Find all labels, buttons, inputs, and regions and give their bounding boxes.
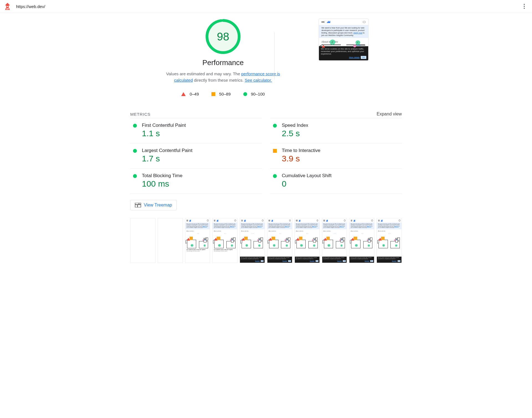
filmstrip: We want to hear from you! We are looking…	[130, 218, 402, 263]
legend-fail: 0–49	[181, 92, 199, 96]
metric-value: 0	[282, 179, 399, 189]
metric-label: Total Blocking Time	[142, 173, 259, 179]
search-icon	[363, 21, 366, 23]
metric-row: Time to Interactive 3.9 s	[270, 143, 402, 168]
filmstrip-frame: We want to hear from you! We are looking…	[349, 218, 374, 263]
metric-label: Time to Interactive	[282, 148, 399, 153]
circle-icon	[133, 149, 137, 153]
metric-value: 100 ms	[142, 179, 259, 189]
circle-icon	[273, 174, 277, 178]
metric-row: Speed Index 2.5 s	[270, 118, 402, 143]
metric-row: Cumulative Layout Shift 0	[270, 168, 402, 193]
filmstrip-frame: We want to hear from you! We are looking…	[322, 218, 347, 263]
filmstrip-frame: We want to hear from you! We are looking…	[377, 218, 402, 263]
metric-label: Speed Index	[282, 123, 399, 128]
score-disclaimer: Values are estimated and may vary. The p…	[163, 71, 283, 83]
filmstrip-frame: We want to hear from you! We are looking…	[295, 218, 320, 263]
metrics-heading: METRICS	[130, 112, 150, 117]
legend-pass: 90–100	[243, 92, 265, 96]
view-treemap-button[interactable]: View Treemap	[130, 200, 177, 210]
expand-view-toggle[interactable]: Expand view	[377, 112, 402, 117]
circle-icon	[133, 174, 137, 178]
metric-value: 2.5 s	[282, 129, 399, 138]
webdev-logo-icon	[327, 21, 330, 23]
triangle-icon	[181, 92, 186, 96]
lighthouse-logo-icon	[4, 3, 11, 10]
svg-rect-1	[7, 6, 8, 7]
square-icon	[211, 92, 215, 96]
vertical-divider	[274, 32, 275, 79]
treemap-icon	[135, 203, 141, 207]
metric-row: Total Blocking Time 100 ms	[130, 168, 262, 193]
filmstrip-frame	[158, 218, 183, 263]
metric-label: First Contentful Paint	[142, 123, 259, 128]
filmstrip-frame: We want to hear from you! We are looking…	[185, 218, 210, 263]
metric-row: Largest Contentful Paint 1.7 s	[130, 143, 262, 168]
metric-value: 1.1 s	[142, 129, 259, 138]
circle-icon	[273, 124, 277, 128]
circle-icon	[243, 92, 247, 96]
filmstrip-frame: We want to hear from you! We are looking…	[267, 218, 292, 263]
metric-row: First Contentful Paint 1.1 s	[130, 118, 262, 143]
hamburger-icon	[321, 21, 324, 23]
metric-value: 1.7 s	[142, 154, 259, 163]
legend-average: 50–89	[211, 92, 231, 96]
final-screenshot: We want to hear from you! We are looking…	[319, 19, 369, 61]
gauge-label: Performance	[203, 58, 244, 67]
filmstrip-frame: We want to hear from you! We are looking…	[240, 218, 265, 263]
metrics-grid: First Contentful Paint 1.1 s Speed Index…	[130, 118, 402, 193]
hero-section: 98 Performance Values are estimated and …	[130, 13, 402, 96]
topbar: https://web.dev/	[0, 0, 532, 13]
circle-icon	[133, 124, 137, 128]
more-menu-button[interactable]	[521, 3, 528, 10]
gauge-score: 98	[205, 19, 241, 55]
metric-label: Cumulative Layout Shift	[282, 173, 399, 179]
square-icon	[273, 149, 277, 153]
see-calculator-link[interactable]: See calculator.	[245, 78, 272, 82]
score-legend: 0–49 50–89 90–100	[181, 92, 265, 96]
filmstrip-frame	[130, 218, 155, 263]
filmstrip-frame: We want to hear from you! We are looking…	[212, 218, 237, 263]
metric-label: Largest Contentful Paint	[142, 148, 259, 153]
metric-value: 3.9 s	[282, 154, 399, 163]
svg-rect-4	[135, 203, 141, 207]
page-url[interactable]: https://web.dev/	[16, 4, 45, 9]
performance-gauge: 98	[205, 19, 241, 55]
